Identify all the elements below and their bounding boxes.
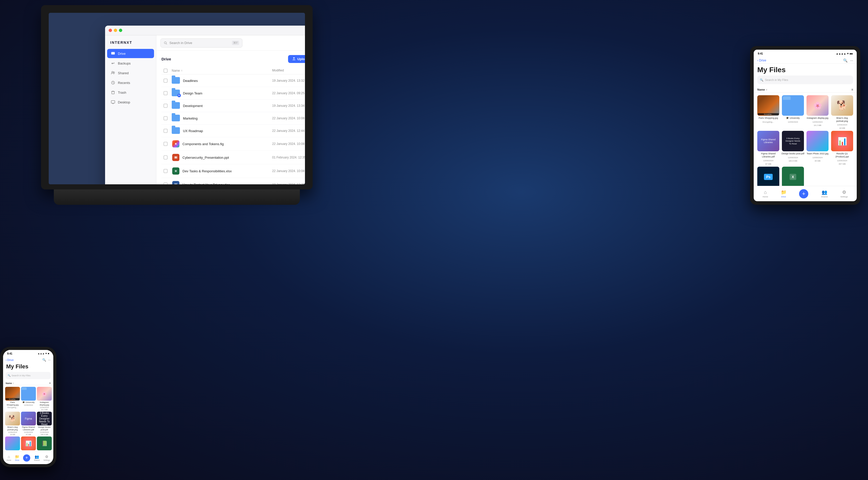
file-name: UX Roadmap [172, 127, 272, 134]
tablet-nav-drive[interactable]: 📁 Drive [781, 190, 786, 198]
table-row[interactable]: Design Team 22 January 2024. 09:25 [161, 87, 305, 100]
row-checkbox[interactable] [163, 78, 167, 83]
sidebar-label-recents: Recents [118, 81, 130, 85]
tablet-view-icon[interactable]: ≡ [851, 88, 853, 92]
tablet-add-button[interactable]: + [799, 189, 808, 198]
sidebar-item-desktop[interactable]: Desktop [107, 98, 154, 107]
list-item[interactable]: 🎓 University 12/09/2024 [781, 95, 804, 129]
drive-nav-icon: 📁 [15, 455, 19, 459]
row-checkbox[interactable] [163, 91, 167, 95]
file-area: Drive Upload files [156, 51, 305, 184]
list-item[interactable]: Encrypting... Paris Shopping.jpg Encrypt… [757, 95, 780, 129]
phone-sort-header[interactable]: Name ↑ ≡ [3, 381, 53, 385]
table-row[interactable]: Development 19 January 2024. 13:34 [161, 100, 305, 112]
search-icon [164, 41, 167, 45]
phone-search-bar[interactable]: 🔍 Search in My Files [6, 372, 51, 379]
list-item[interactable]: 🐕 Brian's dog portrait.png 12/09/2024 18… [831, 95, 854, 129]
list-item[interactable]: 📊 Results Q1 12/09/2024 [21, 437, 36, 451]
row-checkbox[interactable] [163, 182, 167, 184]
table-row[interactable]: Components and Tokens.fig 22 January 202… [161, 137, 305, 151]
list-item[interactable]: Figma SharedLibraries Figma Shared Libra… [757, 131, 780, 165]
list-item[interactable]: 12/09/2024 [5, 437, 20, 451]
row-checkbox[interactable] [163, 156, 167, 160]
list-item[interactable]: 🎓 University 12/09/2024 [21, 387, 36, 411]
phone-add-button[interactable]: + [23, 454, 30, 461]
list-item[interactable]: 3 Books EveryDesigner NeedsTo Read Desig… [781, 131, 804, 165]
list-item[interactable]: Team Photo 2022.jpg 12/09/2024 35 MB [806, 131, 829, 165]
tablet-time: 9:41 [758, 52, 763, 55]
file-thumbnail: 3 Books EveryDesigner NeedsTo Read [782, 131, 804, 151]
list-item[interactable]: X 12/09/2024 [781, 167, 804, 186]
list-item[interactable]: Encrypting... Paris Shopping.jpg Encrypt… [5, 387, 20, 411]
phone-nav-home[interactable]: ⌂ Home [6, 455, 11, 461]
svg-point-16 [175, 157, 177, 159]
file-thumbnail: Figma SharedLibraries [757, 131, 779, 151]
table-row[interactable]: W How to Protect Your Privacy.doc 19 Jan… [161, 178, 305, 184]
file-date: 22 January 2024. 10:08 [272, 169, 305, 173]
phone-nav-shared[interactable]: 👥 Shared [34, 455, 40, 461]
close-button[interactable] [108, 29, 112, 32]
file-thumbnail: 🐕 [5, 412, 20, 425]
list-item[interactable]: 3 Books Every Designer Needs To Read Des… [37, 412, 52, 436]
tablet-file-grid: Encrypting... Paris Shopping.jpg Encrypt… [754, 93, 857, 186]
tablet-more-icon[interactable]: ··· [850, 58, 853, 63]
file-thumbnail: Figma [21, 412, 36, 425]
list-item[interactable]: 📊 Results Q1 (Product).ppt 12/09/2024 46… [831, 131, 854, 165]
table-row[interactable]: Marketing 22 January 2024. 10:08 [161, 112, 305, 125]
upload-button[interactable]: Upload files [288, 55, 305, 63]
file-sublabel: Encrypting... [763, 121, 774, 123]
file-thumbnail: X [782, 167, 804, 186]
tablet-sort-header[interactable]: Name ↑ ≡ [754, 87, 857, 93]
list-item[interactable]: 📗 12/09/2024 [37, 437, 52, 451]
list-item[interactable]: Ps 12/09/2024 [757, 167, 780, 186]
file-thumbnail: 📊 [21, 437, 36, 450]
table-row[interactable]: Dev Tasks & Responsibilities.xlsx 22 Jan… [161, 164, 305, 178]
list-item[interactable]: 🌸 Instagram display.jpg 12/09/2024 16.2 … [37, 387, 52, 411]
row-checkbox[interactable] [163, 104, 167, 108]
file-label: Figma Shared Libraries.pdf [757, 152, 780, 158]
minimize-button[interactable] [114, 29, 117, 32]
tablet-back-button[interactable]: ‹ Drive [757, 59, 766, 62]
tablet-device: 9:41 ▲▲▲▲ ✦ ■■ ‹ Drive 🔍 ··· My Files 🔍 … [750, 46, 860, 205]
row-checkbox[interactable] [163, 129, 167, 133]
row-checkbox[interactable] [163, 169, 167, 173]
list-item[interactable]: Figma Figma Shared Libraries.pdf 12/09/2… [21, 412, 36, 436]
sidebar-item-recents[interactable]: Recents [107, 78, 154, 87]
row-checkbox[interactable] [163, 116, 167, 120]
sidebar-label-trash: Trash [118, 91, 126, 95]
file-sublabel: 12/09/2024 [837, 124, 847, 126]
list-item[interactable]: 🐕 Brian's dog portrait.png 12/09/2024 18… [5, 412, 20, 436]
file-sublabel: 12/09/2024 [24, 431, 33, 433]
sidebar-item-drive[interactable]: Drive [107, 49, 154, 58]
tablet-search-icon[interactable]: 🔍 [843, 58, 847, 63]
table-row[interactable]: Deadlines 19 January 2024. 13:32 [161, 74, 305, 87]
sidebar-item-backups[interactable]: ↩ Backups [107, 59, 154, 68]
table-row[interactable]: Cybersecurity_Presentation.ppt 01 Februa… [161, 151, 305, 164]
tablet-search-bar[interactable]: 🔍 Search in My Files [757, 75, 853, 84]
phone-nav-drive[interactable]: 📁 Drive [15, 455, 19, 461]
svg-rect-0 [111, 52, 115, 55]
phone-search-placeholder: Search in My Files [11, 374, 31, 377]
tablet-nav-shared[interactable]: 👥 Shared [821, 190, 828, 198]
maximize-button[interactable] [119, 29, 122, 32]
list-item[interactable]: 🌸 Instagram display.jpg 12/09/2024 16.2 … [806, 95, 829, 129]
tablet-nav-home[interactable]: ⌂ Home [763, 190, 768, 198]
search-bar[interactable]: Search in Drive ⌘F [160, 38, 242, 47]
name-sort[interactable]: Name ↑ [172, 69, 272, 73]
phone-more-icon[interactable]: ··· [48, 358, 51, 362]
tablet-nav-settings[interactable]: ⚙ Settings [840, 190, 848, 198]
row-checkbox[interactable] [163, 142, 167, 146]
file-sublabel: 12/09/2024 [8, 431, 17, 433]
select-all-checkbox[interactable] [163, 69, 172, 73]
phone-view-icon[interactable]: ≡ [49, 382, 51, 384]
table-row[interactable]: UX Roadmap 22 January 2024. 12:44 [161, 125, 305, 137]
sidebar-item-shared[interactable]: Shared [107, 68, 154, 77]
phone-search-icon[interactable]: 🔍 [42, 358, 46, 362]
topbar: Search in Drive ⌘F JA [156, 35, 305, 51]
sidebar-item-trash[interactable]: Trash [107, 88, 154, 97]
svg-point-14 [175, 143, 177, 145]
phone-nav-settings[interactable]: ⚙ Settings [43, 455, 50, 461]
phone-back-button[interactable]: ‹ Drive [6, 358, 13, 362]
tablet-nav-home-label: Home [763, 196, 768, 198]
shared-icon [111, 71, 115, 75]
